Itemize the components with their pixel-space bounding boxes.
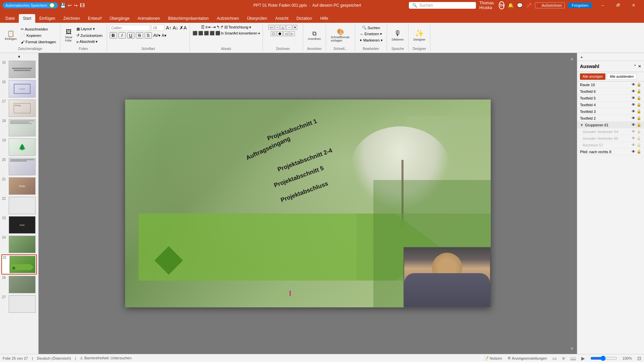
sel-textfeld5[interactable]: Textfeld 5 👁 🔒 xyxy=(577,95,644,102)
eye-icon-tf2[interactable]: 👁 xyxy=(632,116,635,120)
textrichtung-btn[interactable]: Textrichtung ▾ xyxy=(228,25,251,29)
italic-button[interactable]: I xyxy=(118,32,126,39)
outline-view-btn[interactable]: ≡ xyxy=(562,356,565,361)
clear-format-btn[interactable]: ✗A xyxy=(179,25,186,31)
align-left-btn[interactable]: ⬛ xyxy=(193,31,198,36)
lock-icon-r57[interactable]: 🔒 xyxy=(637,143,641,147)
tab-ueberpruefen[interactable]: Überprüfen xyxy=(243,14,271,23)
group-toggle-61[interactable]: ▼ xyxy=(580,123,584,127)
eye-icon-tf3[interactable]: 👁 xyxy=(632,109,635,114)
close-panel-btn[interactable]: ✕ xyxy=(638,64,641,69)
numbered-list-btn[interactable]: ≡ xyxy=(205,25,208,29)
eye-icon-tf5[interactable]: 👁 xyxy=(632,96,635,100)
lock-icon-v60[interactable]: 🔒 xyxy=(637,136,641,140)
bold-button[interactable]: B xyxy=(110,32,117,39)
lock-icon-tf5[interactable]: 🔒 xyxy=(637,96,641,100)
section-button[interactable]: ≡ Abschnitt ▾ xyxy=(75,39,104,45)
ersetzen-btn[interactable]: ↔ Ersetzen ▾ xyxy=(359,31,383,37)
eye-icon-tf4[interactable]: 👁 xyxy=(632,103,635,107)
sel-textfeld2[interactable]: Textfeld 2 👁 🔒 xyxy=(577,115,644,122)
close-button[interactable]: ✕ xyxy=(626,0,641,11)
eye-icon-tf6[interactable]: 👁 xyxy=(632,89,635,94)
sel-pfeil8[interactable]: Pfeil: nach rechts 8 👁 🔒 xyxy=(577,148,644,155)
show-all-button[interactable]: Alle anzeigen xyxy=(580,73,605,80)
slideshow-view-btn[interactable]: ▶ xyxy=(581,356,585,361)
lock-icon-raute10[interactable]: 🔒 xyxy=(637,82,641,87)
align-right-btn[interactable]: ⬛ xyxy=(204,31,209,36)
sel-textfeld4[interactable]: Textfeld 4 👁 🔒 xyxy=(577,102,644,108)
font-size-input[interactable] xyxy=(151,25,165,31)
font-decrease-btn[interactable]: A↓ xyxy=(173,25,178,31)
shape4-btn[interactable]: ◁ xyxy=(283,31,289,36)
underline-button[interactable]: U xyxy=(127,32,135,39)
sel-textfeld6[interactable]: Textfeld 6 👁 🔒 xyxy=(577,88,644,95)
normal-view-btn[interactable]: ▭ xyxy=(552,356,557,361)
oval-btn[interactable]: ○ xyxy=(275,25,279,30)
eye-icon-g61[interactable]: 👁 xyxy=(632,123,635,127)
arrow-btn[interactable]: → xyxy=(286,25,292,30)
ribbon-toggle-btn[interactable]: 📌 xyxy=(526,3,532,8)
record-btn[interactable]: ● Aufzeichnen xyxy=(535,2,565,8)
slide-thumb-23[interactable]: 23 Dark xyxy=(1,216,37,234)
slide-thumb-20[interactable]: 20 xyxy=(1,157,37,176)
language-status[interactable]: Deutsch (Österreich) xyxy=(37,356,71,360)
lock-icon-tf6[interactable]: 🔒 xyxy=(637,89,641,94)
tab-einfuegen[interactable]: Einfügen xyxy=(35,14,59,23)
slide-panel[interactable]: ▲ 15 16 Chart 17 Photo xyxy=(0,53,39,354)
minimize-button[interactable]: – xyxy=(595,0,610,11)
undo-icon[interactable]: ↩ xyxy=(68,3,72,8)
comment-icon[interactable]: 💬 xyxy=(517,3,523,8)
shape2-btn[interactable]: ⬡ xyxy=(271,31,276,36)
tab-entwurf[interactable]: Entwurf xyxy=(84,14,106,23)
redo-icon[interactable]: ↪ xyxy=(74,3,78,8)
share-icon[interactable]: 🔔 xyxy=(508,3,514,8)
markieren-btn[interactable]: ✦ Markieren ▾ xyxy=(358,38,384,43)
sel-verbinder60[interactable]: Gerader Verbinder 60 👁 🔒 xyxy=(577,135,644,142)
tab-bildschirm[interactable]: Bildschirmpräsentation xyxy=(164,14,213,23)
font-family-input[interactable] xyxy=(110,25,150,31)
reading-view-btn[interactable]: 📖 xyxy=(570,356,576,361)
restore-button[interactable]: 🗗 xyxy=(610,0,626,11)
canvas-area[interactable]: ▲ Projektabschnitt 1 Auftragseingang xyxy=(39,53,577,354)
cut-button[interactable]: ✂ Ausschneiden xyxy=(19,26,57,32)
char-spacing-btn[interactable]: AV▾ xyxy=(153,33,160,38)
slide-thumb-17[interactable]: 17 Photo xyxy=(1,99,37,118)
shape5-btn[interactable]: ▷ xyxy=(289,31,295,36)
slide-thumb-21[interactable]: 21 Photo xyxy=(1,177,37,195)
tab-hilfe[interactable]: Hilfe xyxy=(316,14,332,23)
strikethrough-button[interactable]: S xyxy=(136,32,143,39)
slide-thumb-26[interactable]: 26 xyxy=(1,275,37,294)
triangle-btn[interactable]: △ xyxy=(280,25,285,30)
eye-icon-p8[interactable]: 👁 xyxy=(632,149,635,154)
column-btn[interactable]: ⊟ xyxy=(224,25,228,29)
suchen-btn[interactable]: 🔍 Suchen xyxy=(361,25,381,31)
notes-btn[interactable]: 📝 Notizen xyxy=(484,356,502,360)
eye-icon-v60[interactable]: 👁 xyxy=(632,136,635,140)
increase-indent-btn[interactable]: ⇥ xyxy=(212,25,216,29)
new-slide-button[interactable]: 🖼 NeueFolie xyxy=(63,28,74,43)
tab-zeichnen[interactable]: Zeichnen xyxy=(59,14,84,23)
align-center-btn[interactable]: ⬛ xyxy=(198,31,203,36)
sel-verbinder54[interactable]: Gerader Verbinder 54 👁 🔒 xyxy=(577,128,644,135)
line-spacing-btn[interactable]: ⬛ xyxy=(215,31,220,36)
font-increase-btn[interactable]: A↑ xyxy=(166,25,171,31)
save-icon[interactable]: 💾 xyxy=(60,3,66,8)
search-box[interactable]: 🔍 Suchen xyxy=(409,2,476,9)
paste-button[interactable]: 📋 Einfügen xyxy=(3,30,19,41)
layout-button[interactable]: ▦ Layout ▾ xyxy=(75,26,104,32)
rtl-btn[interactable]: ↰ xyxy=(216,25,220,29)
eye-icon-r57[interactable]: 👁 xyxy=(632,143,635,147)
tab-datei[interactable]: Datei xyxy=(1,14,19,23)
lock-icon-p8[interactable]: 🔒 xyxy=(637,149,641,154)
eye-icon-raute10[interactable]: 👁 xyxy=(632,82,635,87)
sel-group61[interactable]: ▼ Gruppieren 61 👁 🔒 xyxy=(577,122,644,128)
anordnen-button[interactable]: ⧉ Anordnen xyxy=(306,30,323,41)
sel-rechteck57[interactable]: Rechteck 57 👁 🔒 xyxy=(577,142,644,148)
slide-thumb-24[interactable]: 24 xyxy=(1,235,37,254)
scroll-down-canvas[interactable]: ▼ xyxy=(570,346,574,351)
freigeben-btn[interactable]: Freigeben xyxy=(568,3,592,8)
slide-thumb-22[interactable]: 22 xyxy=(1,196,37,215)
designer-button[interactable]: ✨ Designer xyxy=(411,29,427,42)
slide-thumb-18[interactable]: 18 xyxy=(1,118,37,137)
schnell-button[interactable]: 🎨 Schnellformat-vorlagen xyxy=(329,28,352,43)
